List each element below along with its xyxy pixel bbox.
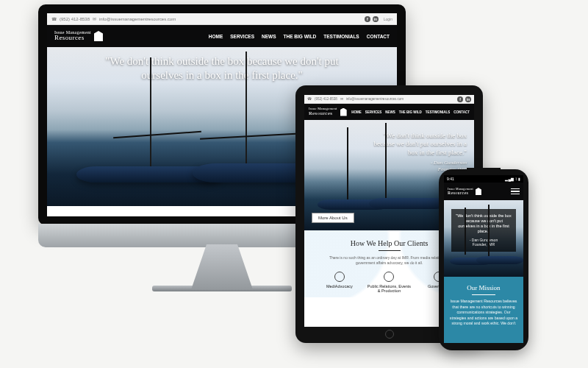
attribution-role: Founder, IMR [473, 242, 495, 247]
site-logo[interactable]: Issue Management Resources [448, 188, 481, 195]
main-navbar: Issue Management Resources HOME SERVICES… [47, 25, 397, 47]
logo-line2: Resources [448, 191, 473, 195]
hero-quote: "We don't think outside the box because … [364, 132, 467, 157]
help-column[interactable]: Public Relations, Events & Production [366, 272, 412, 293]
nav-links: HOME SERVICES NEWS THE BIG WILD TESTIMON… [351, 110, 470, 114]
attribution-name: - Dan Gunderson [431, 160, 467, 166]
attribution-name: - Dan Gunderson [470, 238, 498, 242]
lighthouse-icon [476, 188, 481, 195]
nav-the-big-wild[interactable]: THE BIG WILD [284, 34, 317, 39]
hero-quote-box: "We don't think outside the box because … [451, 209, 516, 252]
sailboat-boom [200, 132, 303, 139]
hero-section: "We don't think outside the box because … [444, 200, 523, 277]
public-relations-icon [384, 272, 394, 282]
phone-icon: ☎ [307, 97, 312, 101]
site-logo[interactable]: Issue Management Resources [309, 107, 347, 116]
battery-icon: ▮ [518, 177, 520, 181]
phone-notch [467, 168, 501, 175]
nav-testimonials[interactable]: TESTIMONIALS [426, 110, 451, 114]
tablet-home-button[interactable] [385, 330, 394, 339]
help-column[interactable]: MediAdvocacy [316, 272, 362, 293]
facebook-icon[interactable]: f [365, 16, 370, 22]
nav-home[interactable]: HOME [209, 34, 223, 39]
hamburger-menu-icon[interactable] [511, 187, 520, 197]
site-logo[interactable]: Issue Management Resources [54, 30, 103, 42]
utility-phone[interactable]: (952) 412-8538 [60, 17, 90, 21]
utility-phone[interactable]: (952) 412-8538 [315, 97, 337, 101]
sailboat-mast [385, 123, 387, 201]
main-navbar: Issue Management Resources HOME SERVICES… [304, 104, 474, 120]
mail-icon: ✉ [340, 97, 343, 101]
nav-services[interactable]: SERVICES [365, 110, 382, 114]
nav-services[interactable]: SERVICES [230, 34, 254, 39]
sailboat-mast [488, 205, 490, 256]
linkedin-icon[interactable]: in [373, 16, 379, 22]
mission-body: Issue Management Resources believes that… [449, 299, 518, 327]
utility-email[interactable]: info@issuemanagementresources.com [99, 17, 176, 21]
mail-icon: ✉ [93, 16, 96, 21]
wifi-icon: ⌇ [515, 177, 517, 181]
linkedin-icon[interactable]: in [465, 96, 471, 102]
mediadvocacy-icon [334, 272, 345, 282]
nav-contact[interactable]: CONTACT [367, 34, 390, 39]
nav-testimonials[interactable]: TESTIMONIALS [323, 34, 359, 39]
sailboat-mast [150, 57, 151, 168]
sailboat-mast [465, 208, 466, 255]
phone-status-bar: 9:41 ▂▄▆ ⌇ ▮ [444, 175, 523, 183]
hero-quote: "We don't think outside the box because … [47, 54, 397, 82]
more-about-us-button[interactable]: More About Us [312, 213, 354, 223]
logo-line2: Resources [54, 35, 91, 41]
utility-bar: ☎ (952) 412-8538 ✉ info@issuemanagementr… [47, 13, 397, 25]
signal-icon: ▂▄▆ [505, 177, 514, 181]
nav-news[interactable]: NEWS [385, 110, 395, 114]
column-title: Public Relations, Events & Production [366, 284, 412, 293]
mission-title: Our Mission [449, 284, 518, 295]
login-link[interactable]: Login [384, 17, 392, 21]
utility-bar: ☎ (952) 412-8538 ✉ info@issuemanagementr… [304, 95, 474, 104]
column-title: MediAdvocacy [316, 284, 362, 289]
sailboat-hull [476, 256, 523, 264]
facebook-icon[interactable]: f [457, 96, 463, 102]
sailboat-mast [245, 52, 247, 169]
lighthouse-icon [340, 108, 347, 116]
phone-icon: ☎ [51, 16, 57, 21]
sailboat-mast [347, 127, 348, 199]
logo-line2: Resources [309, 111, 337, 116]
sailboat-hull [369, 198, 448, 209]
nav-contact[interactable]: CONTACT [453, 110, 470, 114]
phone-device: 9:41 ▂▄▆ ⌇ ▮ Issue Management Resources … [439, 169, 528, 350]
phone-website-screen: 9:41 ▂▄▆ ⌇ ▮ Issue Management Resources … [444, 175, 523, 343]
nav-home[interactable]: HOME [351, 110, 362, 114]
sailboat-boom [113, 131, 201, 138]
nav-the-big-wild[interactable]: THE BIG WILD [399, 110, 422, 114]
nav-links: HOME SERVICES NEWS THE BIG WILD TESTIMON… [209, 34, 390, 39]
hero-quote-block: "We don't think outside the box because … [364, 132, 467, 172]
lighthouse-icon [94, 31, 103, 41]
mobile-navbar: Issue Management Resources [444, 183, 523, 200]
utility-email[interactable]: info@issuemanagementresources.com [346, 97, 404, 101]
nav-news[interactable]: NEWS [262, 34, 276, 39]
phone-time: 9:41 [447, 177, 454, 181]
mission-section: Our Mission Issue Management Resources b… [444, 277, 523, 343]
